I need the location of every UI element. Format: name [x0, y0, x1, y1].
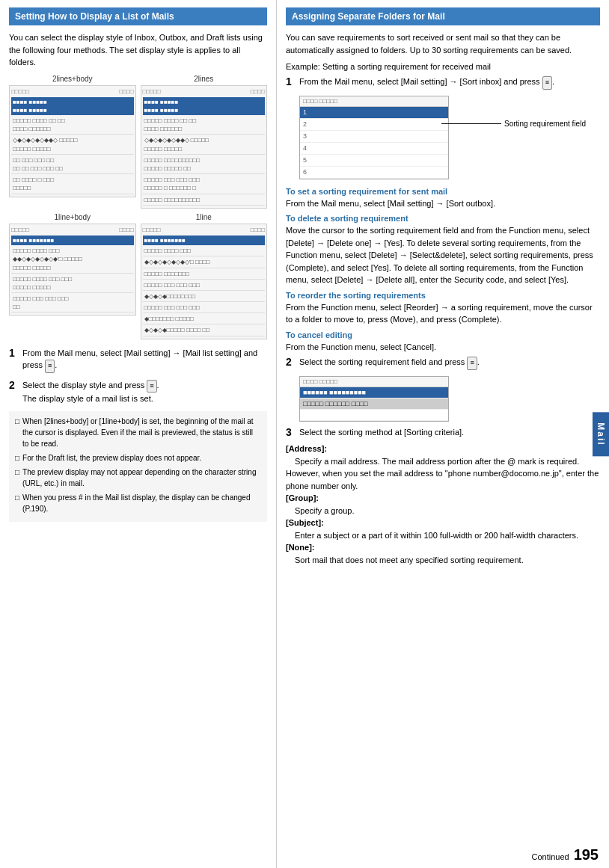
- mock-list-0: □□□□□□□□□ ■■■■ ■■■■■■■■■ ■■■■■ □□□□□ □□□…: [9, 85, 136, 197]
- mock-row-3h: ◆◇◆◇◆□□□□□ □□□□ □□: [143, 325, 266, 336]
- right-panel: Assigning Separate Folders for Mail You …: [277, 0, 609, 868]
- criteria-label-1: [Group]:: [286, 493, 319, 502]
- left-panel: Setting How to Display a List of Mails Y…: [0, 0, 277, 868]
- criteria-1: [Group]: Specify a group.: [286, 492, 600, 517]
- mock-selected-1: ■■■■ ■■■■■■■■■ ■■■■■: [143, 97, 266, 115]
- criteria-0: [Address]: Specify a mail address. The m…: [286, 443, 600, 492]
- action-body-1: Move the cursor to the sorting requireme…: [286, 224, 600, 286]
- left-step2-inline: 2 Select the display style and press ≡. …: [9, 379, 267, 405]
- criteria-3: [None]: Sort mail that does not meet any…: [286, 541, 600, 566]
- criteria-2: [Subject]: Enter a subject or a part of …: [286, 517, 600, 541]
- mock-row-2a: □□□□□ □□□□ □□□◆◆◇◆◇◆◇◆◇◆'□ □□□□□□□□□□ □□…: [11, 246, 134, 274]
- sort-screen2-header: □□□□ □□□□□: [300, 377, 448, 387]
- display-mode-2lines-body: 2lines+body □□□□□□□□□ ■■■■ ■■■■■■■■■ ■■■…: [9, 75, 136, 209]
- keyboard-icon-1: ≡: [45, 360, 55, 373]
- keyboard-icon-r1: ≡: [542, 76, 552, 90]
- left-step1-inline: 1 From the Mail menu, select [Mail setti…: [9, 347, 267, 373]
- mock-list-1: □□□□□□□□□ ■■■■ ■■■■■■■■■ ■■■■■ □□□□□ □□□…: [141, 85, 268, 209]
- annotation-text: Sorting requirement field: [504, 120, 586, 128]
- mock-row-0c: □□ □□□ □□□ □□□□ □□ □□□ □□□ □□: [11, 156, 134, 174]
- sort-field-box: □□□□ □□□□□ 1 2 3 4 5 6: [299, 96, 449, 179]
- sort-field-row-6: 6: [300, 167, 448, 179]
- left-intro: You can select the display style of Inbo…: [9, 31, 267, 69]
- sort-field-annotation: Sorting requirement field: [441, 120, 586, 128]
- keyboard-icon-r2: ≡: [467, 357, 477, 370]
- criteria-label-0: [Address]:: [286, 444, 327, 453]
- mode-label-0: 2lines+body: [9, 75, 136, 83]
- action-body-3: From the Function menu, select [Cancel].: [286, 341, 600, 354]
- action-heading-1: To delete a sorting requirement: [286, 214, 600, 223]
- sort-screen2-row-3: [300, 410, 448, 421]
- mode-label-3: 1line: [141, 213, 268, 221]
- mock-row-3b: ◆◇◆◇◆◇◆◇◆◇'□ □□□□: [143, 257, 266, 268]
- right-step1-number: 1: [286, 76, 299, 87]
- mock-row-3d: □□□□□ □□□ □□□ □□□: [143, 280, 266, 291]
- right-section-title: Assigning Separate Folders for Mail: [286, 7, 600, 25]
- notes-box: □ When [2lines+body] or [1line+body] is …: [9, 411, 267, 522]
- mock-selected-2: ■■■■ ■■■■■■■: [11, 236, 134, 245]
- right-intro: You can save requirements to sort receiv…: [286, 31, 600, 56]
- sort-field-row-3: 3: [300, 131, 448, 143]
- step1-actions: To set a sorting requirement for sent ma…: [286, 187, 600, 354]
- mock-row-2c: □□□□□ □□□ □□□ □□□□□: [11, 294, 134, 313]
- mock-list-3: □□□□□□□□□ ■■■■ ■■■■■■■ □□□□□ □□□□ □□□ ◆◇…: [141, 224, 268, 339]
- mock-row-3a: □□□□□ □□□□ □□□: [143, 246, 266, 256]
- continued-text: Continued: [531, 852, 569, 861]
- mock-header-0: □□□□□□□□□: [11, 87, 134, 96]
- sort-field-row-2: 2: [300, 119, 448, 131]
- left-step2-text: Select the display style and press ≡. Th…: [22, 379, 267, 405]
- mock-header-1: □□□□□□□□□: [143, 87, 266, 96]
- right-step1-inline: 1 From the Mail menu, select [Mail setti…: [286, 76, 600, 90]
- mock-row-1d: □□□□□ □□□ □□□ □□□□□□□□ □ □□□□□□ □: [143, 175, 266, 194]
- action-heading-3: To cancel editing: [286, 330, 600, 339]
- action-body-2: From the Function menu, select [Reorder]…: [286, 301, 600, 326]
- mock-list-2: □□□□□□□□□ ■■■■ ■■■■■■■ □□□□□ □□□□ □□□◆◆◇…: [9, 224, 136, 316]
- annotation-line: [441, 123, 501, 124]
- left-step2-number: 2: [9, 379, 22, 391]
- right-step3-text: Select the sorting method at [Sorting cr…: [299, 426, 600, 439]
- right-step3-inline: 3 Select the sorting method at [Sorting …: [286, 426, 600, 439]
- mock-row-3c: □□□□□ □□□□□□□: [143, 269, 266, 280]
- action-body-0: From the Mail menu, select [Mail setting…: [286, 197, 600, 210]
- mock-header-3: □□□□□□□□□: [143, 226, 266, 234]
- criteria-body-1: Specify a group.: [295, 506, 355, 515]
- mock-selected-0: ■■■■ ■■■■■■■■■ ■■■■■: [11, 97, 134, 115]
- mock-row-0b: ◇◆◇◆◇◆◇◆◆◇ □□□□□□□□□□ □□□□□: [11, 135, 134, 154]
- mock-row-3g: ◆□□□□□□□ □□□□□: [143, 314, 266, 324]
- criteria-body-0: Specify a mail address. The mail address…: [286, 457, 599, 490]
- page-number: 195: [574, 846, 599, 864]
- sort-screen2-row-2: □□□□□ □□□□□□ □□□□: [300, 398, 448, 410]
- mock-row-3f: □□□□□ □□□ □□□ □□□: [143, 303, 266, 313]
- mock-header-2: □□□□□□□□□: [11, 226, 134, 234]
- mock-selected-3: ■■■■ ■■■■■■■: [143, 236, 266, 245]
- mock-row-3e: ◆◇◆◇◆□□□□□□□□: [143, 292, 266, 302]
- display-mode-1line-body: 1line+body □□□□□□□□□ ■■■■ ■■■■■■■ □□□□□ …: [9, 213, 136, 339]
- mode-label-1: 2lines: [141, 75, 268, 83]
- sort-field-container: □□□□ □□□□□ 1 2 3 4 5 6 Sorting re: [286, 96, 600, 179]
- bottom-bar: Continued 195: [531, 846, 599, 864]
- right-step1: 1 From the Mail menu, select [Mail setti…: [286, 76, 600, 90]
- criteria-body-2: Enter a subject or a part of it within 1…: [295, 531, 578, 540]
- right-step2-inline: 2 Select the sorting requirement field a…: [286, 356, 600, 370]
- keyboard-icon-2: ≡: [147, 380, 156, 393]
- left-step1-number: 1: [9, 347, 22, 359]
- display-mode-2lines: 2lines □□□□□□□□□ ■■■■ ■■■■■■■■■ ■■■■■ □□…: [141, 75, 268, 209]
- mock-row-0a: □□□□□ □□□□ □□ □□□□□□ □□□□□□: [11, 116, 134, 135]
- mock-row-1e: □□□□□ □□□□□□□□□□: [143, 195, 266, 206]
- display-mode-1line: 1line □□□□□□□□□ ■■■■ ■■■■■■■ □□□□□ □□□□ …: [141, 213, 268, 339]
- sort-field-row-1: 1: [300, 107, 448, 119]
- sort-screen2-row-1: ■■■■■■ ■■■■■■■■■: [300, 387, 448, 398]
- mock-row-0d: □□ □□□□ □ □□□□□□□□: [11, 175, 134, 194]
- mock-row-1c: □□□□□ □□□□□□□□□□□□□□□ □□□□□ □□: [143, 156, 266, 174]
- right-step3: 3 Select the sorting method at [Sorting …: [286, 426, 600, 567]
- right-step2-text: Select the sorting requirement field and…: [299, 356, 600, 370]
- sort-field-row-5: 5: [300, 155, 448, 167]
- example-label: Example: Setting a sorting requirement f…: [286, 62, 600, 71]
- mail-tab: Mail: [593, 412, 609, 456]
- right-step1-text: From the Mail menu, select [Mail setting…: [299, 76, 600, 90]
- left-section-title: Setting How to Display a List of Mails: [9, 7, 267, 25]
- note-2: □ The preview display may not appear dep…: [15, 467, 261, 489]
- left-step1: 1 From the Mail menu, select [Mail setti…: [9, 347, 267, 373]
- sort-screen2: □□□□ □□□□□ ■■■■■■ ■■■■■■■■■ □□□□□ □□□□□□…: [299, 376, 449, 422]
- note-3: □ When you press # in the Mail list disp…: [15, 492, 261, 514]
